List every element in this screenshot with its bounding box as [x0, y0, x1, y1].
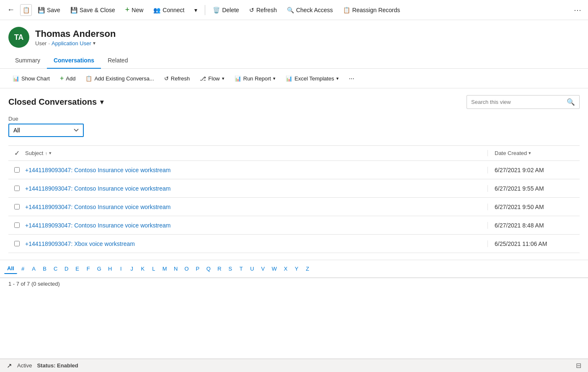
row-checkbox[interactable]	[8, 241, 25, 246]
status-bar: 1 - 7 of 7 (0 selected)	[0, 278, 588, 289]
save-label: Save	[47, 7, 60, 13]
alpha-nav-item[interactable]: W	[269, 264, 280, 274]
row-date-created: 6/27/2021 9:02 AM	[487, 167, 580, 173]
excel-templates-label: Excel Templates	[294, 75, 334, 82]
sub-more-button[interactable]: ⋯	[345, 73, 358, 84]
row-subject-link[interactable]: +1441189093047: Contoso Insurance voice …	[25, 222, 487, 229]
connect-button[interactable]: 👥 Connect	[149, 4, 188, 16]
record-subtype[interactable]: Application User	[52, 40, 91, 46]
alpha-nav-item[interactable]: Z	[302, 264, 312, 274]
save-close-label: Save & Close	[80, 7, 115, 13]
record-header: TA Thomas Anderson User · Application Us…	[0, 20, 588, 51]
subject-sort-asc-icon[interactable]: ↑	[45, 151, 47, 156]
alpha-nav-item[interactable]: C	[51, 264, 61, 274]
alpha-nav-item[interactable]: T	[236, 264, 246, 274]
check-access-label: Check Access	[296, 7, 333, 13]
record-name: Thomas Anderson	[35, 28, 116, 39]
view-title-text: Closed Conversations	[8, 97, 97, 107]
due-filter-select[interactable]: All Overdue Today This Week This Month	[8, 124, 84, 137]
alpha-nav-item[interactable]: I	[116, 264, 126, 274]
alpha-nav-item[interactable]: H	[105, 264, 115, 274]
alpha-nav-item[interactable]: S	[225, 264, 235, 274]
more-actions-button[interactable]: ⋯	[570, 5, 585, 16]
alpha-nav-item[interactable]: D	[62, 264, 72, 274]
save-button[interactable]: 💾 Save	[34, 4, 64, 16]
alpha-nav-item[interactable]: F	[83, 264, 93, 274]
row-checkbox[interactable]	[8, 204, 25, 209]
row-date-created: 6/27/2021 8:48 AM	[487, 222, 580, 229]
view-header: Closed Conversations ▾ 🔍	[8, 95, 580, 109]
reassign-label: Reassign Records	[352, 7, 400, 13]
record-subtitle: User · Application User ▾	[35, 40, 116, 46]
alpha-nav-item[interactable]: E	[72, 264, 83, 274]
alpha-nav-item[interactable]: V	[258, 264, 268, 274]
connect-dropdown-button[interactable]: ▾	[190, 4, 201, 16]
sub-refresh-button[interactable]: ↺ Refresh	[160, 73, 194, 84]
add-existing-button[interactable]: 📋 Add Existing Conversa...	[81, 73, 158, 84]
page-doc-icon: 📋	[23, 7, 30, 13]
alpha-nav-item[interactable]: All	[4, 264, 17, 274]
row-subject-link[interactable]: +1441189093047: Contoso Insurance voice …	[25, 185, 487, 192]
subject-sort-desc-icon[interactable]: ▾	[49, 150, 52, 156]
search-button[interactable]: 🔍	[562, 96, 579, 108]
filter-label: Due	[8, 116, 580, 122]
alpha-nav-item[interactable]: R	[214, 264, 224, 274]
table-row: +1441189093047: Xbox voice workstream 6/…	[8, 235, 580, 253]
row-checkbox[interactable]	[8, 222, 25, 228]
chevron-down-icon: ▾	[194, 7, 197, 13]
tab-summary[interactable]: Summary	[8, 53, 47, 69]
date-sort-icon[interactable]: ▾	[529, 150, 531, 156]
check-access-button[interactable]: 🔍 Check Access	[283, 4, 337, 16]
alpha-nav-item[interactable]: K	[138, 264, 148, 274]
view-title-chevron-icon[interactable]: ▾	[100, 98, 103, 106]
subject-header-label: Subject	[25, 150, 43, 156]
show-chart-button[interactable]: 📊 Show Chart	[8, 73, 54, 84]
subtitle-chevron-icon[interactable]: ▾	[93, 40, 95, 46]
alpha-nav-item[interactable]: G	[94, 264, 104, 274]
row-checkbox[interactable]	[8, 186, 25, 191]
new-label: New	[132, 7, 143, 13]
alpha-nav-item[interactable]: B	[40, 264, 50, 274]
add-button[interactable]: + Add	[56, 72, 80, 85]
run-report-button[interactable]: 📊 Run Report ▾	[230, 73, 280, 84]
flow-button[interactable]: ⎇ Flow ▾	[196, 73, 228, 84]
add-plus-icon: +	[60, 75, 64, 82]
alpha-nav-item[interactable]: X	[281, 264, 291, 274]
alpha-nav-item[interactable]: Y	[291, 264, 302, 274]
row-checkbox[interactable]	[8, 167, 25, 173]
table-row: +1441189093047: Contoso Insurance voice …	[8, 216, 580, 235]
alpha-nav-item[interactable]: Q	[204, 264, 214, 274]
plus-icon: +	[125, 5, 130, 14]
alpha-nav-item[interactable]: O	[182, 264, 192, 274]
back-button[interactable]: ←	[3, 3, 18, 18]
alpha-nav-item[interactable]: J	[127, 264, 137, 274]
save-close-button[interactable]: 💾 Save & Close	[66, 4, 119, 16]
alpha-nav-item[interactable]: N	[171, 264, 181, 274]
sub-more-icon: ⋯	[349, 75, 354, 82]
alpha-nav-item[interactable]: M	[160, 264, 170, 274]
excel-templates-button[interactable]: 📊 Excel Templates ▾	[281, 73, 343, 84]
new-button[interactable]: + New	[121, 3, 148, 17]
date-header-label: Date Created	[495, 150, 527, 156]
subtitle-dot: ·	[48, 40, 50, 46]
table-row: +1441189093047: Contoso Insurance voice …	[8, 198, 580, 216]
reassign-button[interactable]: 📋 Reassign Records	[339, 4, 404, 16]
tab-conversations[interactable]: Conversations	[47, 53, 101, 69]
more-icon: ⋯	[574, 5, 581, 15]
delete-button[interactable]: 🗑️ Delete	[209, 4, 243, 16]
row-subject-link[interactable]: +1441189093047: Contoso Insurance voice …	[25, 167, 487, 173]
table-row: +1441189093047: Contoso Insurance voice …	[8, 161, 580, 179]
alpha-nav-item[interactable]: P	[193, 264, 203, 274]
row-subject-link[interactable]: +1441189093047: Xbox voice workstream	[25, 240, 487, 247]
alpha-nav-item[interactable]: A	[29, 264, 39, 274]
select-all-checkbox[interactable]: ✓	[14, 149, 20, 157]
row-subject-link[interactable]: +1441189093047: Contoso Insurance voice …	[25, 204, 487, 210]
chart-icon: 📊	[13, 75, 19, 82]
alpha-nav-item[interactable]: L	[149, 264, 159, 274]
search-input[interactable]	[467, 96, 562, 108]
row-date-created: 6/27/2021 9:55 AM	[487, 185, 580, 192]
alpha-nav-item[interactable]: U	[247, 264, 257, 274]
refresh-button[interactable]: ↺ Refresh	[245, 4, 281, 16]
tab-related[interactable]: Related	[101, 53, 134, 69]
alpha-nav-item[interactable]: #	[18, 264, 28, 274]
